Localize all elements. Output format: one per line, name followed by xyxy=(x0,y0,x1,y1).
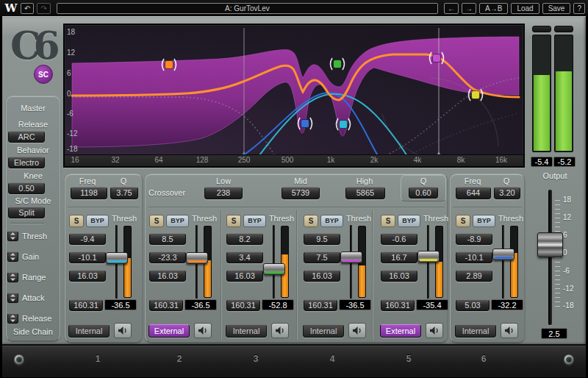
band6-release-value[interactable]: 5.03 xyxy=(456,299,490,311)
thresh-link-stepper[interactable] xyxy=(7,231,18,241)
band4-release-value[interactable]: 160.31 xyxy=(304,299,337,311)
band4-range-value[interactable]: 7.5 xyxy=(304,252,340,263)
band3-thresh-fader-thumb[interactable] xyxy=(263,263,285,275)
output-value[interactable]: 2.5 xyxy=(541,328,567,339)
band1-gain-value[interactable]: -9.4 xyxy=(69,233,106,245)
band2-thresh-label: Thresh xyxy=(189,214,220,223)
band6-range-value[interactable]: -10.1 xyxy=(456,252,492,263)
band5-range-value[interactable]: 16.7 xyxy=(381,252,417,263)
band4-attack-value[interactable]: 16.03 xyxy=(304,270,340,282)
band2-release-value[interactable]: 160.31 xyxy=(149,299,183,311)
band2-gain-value[interactable]: 8.5 xyxy=(149,233,186,245)
band5-attack-value[interactable]: 16.03 xyxy=(381,270,417,282)
band5-gain-value[interactable]: -0.6 xyxy=(381,233,417,245)
band2-attack-value[interactable]: 16.03 xyxy=(149,270,186,282)
band3-bypass-button[interactable]: BYP xyxy=(243,215,266,227)
output-meter-right xyxy=(554,35,573,152)
band2-sidechain-route-button[interactable]: External xyxy=(148,324,190,338)
band1-range-value[interactable]: -10.1 xyxy=(69,252,106,263)
band1-thresh-fader-thumb[interactable] xyxy=(106,252,128,264)
preset-name-field[interactable]: A: GurTovLev xyxy=(57,3,438,14)
band5-thresh-fader-thumb[interactable] xyxy=(417,251,440,263)
band2-solo-button[interactable]: S xyxy=(149,215,164,227)
band2-thresh-value[interactable]: -36.5 xyxy=(184,299,217,310)
band2-thresh-fader-thumb[interactable] xyxy=(186,252,208,264)
band6-solo-button[interactable]: S xyxy=(456,215,470,227)
band2-monitor-button[interactable] xyxy=(194,323,212,338)
band4-thresh-fader-thumb[interactable] xyxy=(340,252,362,263)
behavior-button[interactable]: Electro xyxy=(8,157,45,168)
help-button[interactable]: ? xyxy=(573,3,585,14)
output-fader-thumb[interactable] xyxy=(537,232,563,257)
clip-led-right[interactable] xyxy=(554,26,573,32)
meter-fill xyxy=(556,71,572,151)
band1-thresh-label: Thresh xyxy=(109,214,140,223)
band4-gain-value[interactable]: 9.5 xyxy=(304,233,340,245)
side-chain-label: Side Chain xyxy=(7,327,60,336)
band3-sidechain-route-button[interactable]: Internal xyxy=(226,324,267,338)
x-tick-label: 2k xyxy=(370,156,379,164)
band6-attack-value[interactable]: 2.89 xyxy=(456,270,492,282)
band6-thresh-fader-thumb[interactable] xyxy=(492,249,514,260)
band6-bypass-button[interactable]: BYP xyxy=(473,215,495,227)
a-to-b-button[interactable]: A→B xyxy=(479,3,508,14)
band1-release-value[interactable]: 160.31 xyxy=(69,299,103,311)
gain-link-stepper[interactable] xyxy=(7,252,18,262)
clip-led-left[interactable] xyxy=(532,26,551,32)
sc-mode-label: S/C Mode xyxy=(7,196,60,205)
band6-monitor-button[interactable] xyxy=(501,323,518,338)
band1-bypass-button[interactable]: BYP xyxy=(86,215,109,227)
band5-thresh-value[interactable]: -35.4 xyxy=(416,299,448,310)
meter-fill xyxy=(436,262,442,297)
band6-thresh-value[interactable]: -32.2 xyxy=(491,299,523,310)
band1-attack-value[interactable]: 16.03 xyxy=(69,270,106,282)
meter-fill xyxy=(359,265,365,297)
band5-solo-button[interactable]: S xyxy=(381,215,395,227)
bottom-bar: 1 2 3 4 5 6 xyxy=(2,344,586,377)
band5-sidechain-route-button[interactable]: External xyxy=(380,324,421,338)
undo-icon[interactable]: ↶ xyxy=(21,3,34,14)
band3-monitor-button[interactable] xyxy=(271,323,289,338)
band5-release-value[interactable]: 160.31 xyxy=(381,299,415,311)
band6-gain-value[interactable]: -8.9 xyxy=(456,233,492,245)
up-down-arrows-icon xyxy=(10,232,16,240)
attack-link-stepper[interactable] xyxy=(7,293,18,303)
band1-solo-button[interactable]: S xyxy=(69,215,84,227)
band5-color-stripe xyxy=(420,259,437,261)
band5-monitor-button[interactable] xyxy=(426,323,443,338)
sc-mode-button[interactable]: Split xyxy=(8,207,45,218)
band2-range-value[interactable]: -23.3 xyxy=(149,252,186,263)
band1-monitor-button[interactable] xyxy=(114,323,132,338)
save-button[interactable]: Save xyxy=(542,3,571,14)
band3-attack-value[interactable]: 16.03 xyxy=(226,270,263,282)
prev-preset-icon[interactable]: ← xyxy=(444,3,459,14)
knee-value-button[interactable]: 0.50 xyxy=(8,182,45,194)
band4-thresh-value[interactable]: -36.5 xyxy=(339,299,371,310)
band4-solo-button[interactable]: S xyxy=(304,215,318,227)
band6-thresh-fader-track[interactable] xyxy=(502,225,504,299)
frequency-graph[interactable]: 18 12 6 0 -6 -12 -18 16 32 64 128 250 50… xyxy=(63,24,525,168)
output-fader-track[interactable] xyxy=(548,190,552,325)
band5-bypass-button[interactable]: BYP xyxy=(398,215,420,227)
band6-sidechain-route-button[interactable]: Internal xyxy=(455,324,496,338)
band4-sidechain-route-button[interactable]: Internal xyxy=(303,324,344,338)
redo-icon[interactable]: ↷ xyxy=(37,3,50,14)
band3-marker[interactable] xyxy=(331,58,345,70)
band4-bypass-button[interactable]: BYP xyxy=(320,215,343,227)
release-link-stepper[interactable] xyxy=(7,313,18,324)
band3-release-value[interactable]: 160.31 xyxy=(226,299,260,311)
band3-thresh-value[interactable]: -52.8 xyxy=(262,299,294,310)
next-preset-icon[interactable]: → xyxy=(462,3,476,14)
band6-gr-meter xyxy=(510,226,518,298)
load-button[interactable]: Load xyxy=(511,3,539,14)
release-mode-button[interactable]: ARC xyxy=(8,131,45,143)
band3-gain-value[interactable]: 8.2 xyxy=(226,233,263,245)
band3-range-value[interactable]: 3.4 xyxy=(226,252,263,263)
band1-sidechain-route-button[interactable]: Internal xyxy=(68,324,110,338)
range-link-stepper[interactable] xyxy=(7,272,18,282)
band4-monitor-button[interactable] xyxy=(348,323,366,338)
band3-thresh-fader-track[interactable] xyxy=(273,225,275,299)
band1-thresh-value[interactable]: -36.5 xyxy=(104,299,137,310)
band2-bypass-button[interactable]: BYP xyxy=(166,215,189,227)
band3-solo-button[interactable]: S xyxy=(226,215,241,227)
